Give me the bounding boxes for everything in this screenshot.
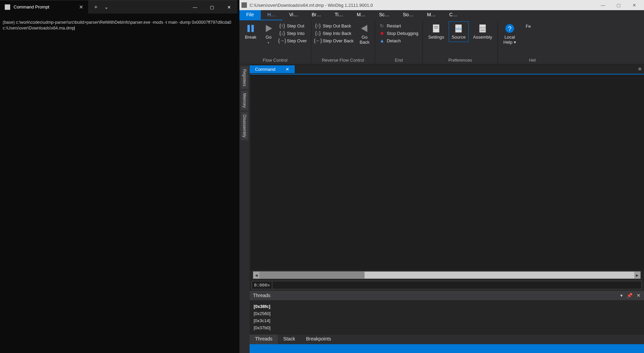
sidetab-registers[interactable]: Registers xyxy=(241,66,248,89)
ribbon-group-label: Reverse Flow Control xyxy=(314,56,372,64)
tab-timetravel[interactable]: Ti… xyxy=(328,10,350,20)
threads-list: [0x38fc] [0x2560] [0x3c14] [0x37b0] xyxy=(250,300,644,334)
minimize-button[interactable]: — xyxy=(187,0,203,14)
ribbon-group-label: Hel xyxy=(501,56,535,64)
step-over-button[interactable]: {→}Step Over xyxy=(278,37,308,44)
terminal-tab-cmd[interactable]: Command Prompt ✕ xyxy=(0,0,88,14)
workspace: Registers Memory Disassembly Command ✕ ≡… xyxy=(239,64,644,353)
step-out-back-button[interactable]: {↑}Step Out Back xyxy=(314,22,355,29)
ribbon-group-label: Preferences xyxy=(426,56,495,64)
ribbon-group-help: ? Local Help ▾ Fe Hel xyxy=(498,20,538,64)
minimize-button[interactable]: — xyxy=(595,3,611,8)
tab-command[interactable]: C… xyxy=(443,10,464,20)
feedback-button[interactable]: Fe xyxy=(521,22,536,31)
maximize-button[interactable]: ▢ xyxy=(611,3,626,8)
step-into-icon: {↓} xyxy=(279,30,285,36)
ribbon-group-preferences: Settings </> Source 01101001 Assembly Pr… xyxy=(423,20,498,64)
step-over-back-button[interactable]: {←}Step Over Back xyxy=(314,37,355,44)
thread-item[interactable]: [0x38fc] xyxy=(254,303,640,310)
close-panel-icon[interactable]: ✕ xyxy=(637,293,641,298)
svg-text:1001: 1001 xyxy=(480,29,485,32)
ribbon-group-end: ↻Restart ■Stop Debugging ▲Detach End xyxy=(375,20,423,64)
svg-marker-3 xyxy=(361,25,368,32)
terminal-tab-title: Command Prompt xyxy=(14,4,49,9)
svg-rect-0 xyxy=(248,25,250,32)
restart-button[interactable]: ↻Restart xyxy=(378,22,419,29)
scroll-thumb[interactable] xyxy=(259,272,365,278)
step-into-back-icon: {↓} xyxy=(315,30,321,36)
threads-dropdown-icon[interactable]: ▾ xyxy=(620,293,623,298)
step-over-label: Step Over xyxy=(287,38,307,43)
tab-source[interactable]: So… xyxy=(396,10,420,20)
thread-item[interactable]: [0x37b0] xyxy=(254,324,640,331)
sidetab-memory[interactable]: Memory xyxy=(241,90,248,110)
tab-breakpoints-bottom[interactable]: Breakpoints xyxy=(300,334,336,344)
settings-button[interactable]: Settings xyxy=(426,22,447,42)
go-back-button[interactable]: Go Back xyxy=(357,22,372,47)
stop-debugging-button[interactable]: ■Stop Debugging xyxy=(378,30,419,37)
thread-item[interactable]: [0x3c14] xyxy=(254,317,640,324)
assembly-button[interactable]: 01101001 Assembly xyxy=(470,22,495,42)
pause-icon xyxy=(246,24,255,33)
tab-memory[interactable]: M… xyxy=(420,10,443,20)
go-button[interactable]: Go ▾ xyxy=(261,22,276,46)
close-tab-icon[interactable]: ✕ xyxy=(79,4,83,10)
document-icon xyxy=(431,24,441,33)
step-over-icon: {→} xyxy=(279,38,285,43)
pin-icon[interactable]: 📌 xyxy=(627,293,632,298)
terminal-tab-actions: + ⌄ xyxy=(88,0,115,14)
threads-panel-header[interactable]: Threads ▾ 📌 ✕ xyxy=(250,291,644,300)
ribbon-group-label: Flow Control xyxy=(242,56,308,64)
step-into-back-button[interactable]: {↓}Step Into Back xyxy=(314,30,355,37)
step-out-button[interactable]: {↑}Step Out xyxy=(278,22,308,29)
command-input[interactable] xyxy=(272,281,642,289)
step-over-back-icon: {←} xyxy=(315,38,321,43)
tab-view[interactable]: Vi… xyxy=(282,10,305,20)
svg-text:?: ? xyxy=(508,25,511,32)
cmd-icon xyxy=(5,4,10,10)
scroll-left-icon[interactable]: ◀ xyxy=(253,272,259,278)
ribbon-toolbar: Break Go ▾ {↑}Step Out {↓}Step Into {→}S… xyxy=(239,20,644,64)
new-tab-button[interactable]: + xyxy=(94,4,97,10)
panel-menu-icon[interactable]: ≡ xyxy=(636,66,644,72)
svg-rect-6 xyxy=(434,28,438,28)
close-window-button[interactable]: ✕ xyxy=(220,0,237,14)
tab-threads[interactable]: Threads xyxy=(250,334,278,344)
break-button[interactable]: Break xyxy=(242,22,259,42)
ribbon-group-flow: Break Go ▾ {↑}Step Out {↓}Step Into {→}S… xyxy=(239,20,311,64)
source-button[interactable]: </> Source xyxy=(449,22,468,42)
windbg-titlebar[interactable]: C:\Users\over\Downloads\x64.mf.dmp - Win… xyxy=(239,0,644,10)
tab-scripting[interactable]: Sc… xyxy=(372,10,396,20)
tab-model[interactable]: M… xyxy=(350,10,372,20)
tab-home[interactable]: H… xyxy=(261,10,282,20)
terminal-window: Command Prompt ✕ + ⌄ — ▢ ✕ (base) c:\wor… xyxy=(0,0,237,353)
close-window-button[interactable]: ✕ xyxy=(626,3,642,8)
command-output[interactable] xyxy=(250,74,644,270)
assembly-label: Assembly xyxy=(473,35,492,40)
windbg-title-text: C:\Users\over\Downloads\x64.mf.dmp - Win… xyxy=(250,3,373,8)
local-help-button[interactable]: ? Local Help ▾ xyxy=(501,22,519,47)
svg-marker-2 xyxy=(266,25,272,32)
command-input-row: 0:000> xyxy=(252,281,642,289)
thread-item[interactable]: [0x2560] xyxy=(254,310,640,317)
svg-text:0110: 0110 xyxy=(480,26,485,29)
scroll-right-icon[interactable]: ▶ xyxy=(634,272,640,278)
tab-file[interactable]: File xyxy=(239,10,261,20)
close-panel-icon[interactable]: ✕ xyxy=(286,67,289,72)
source-icon: </> xyxy=(454,24,463,33)
detach-button[interactable]: ▲Detach xyxy=(378,37,419,44)
command-panel-tab[interactable]: Command ✕ xyxy=(250,65,295,73)
tab-stack[interactable]: Stack xyxy=(278,334,300,344)
detach-label: Detach xyxy=(387,38,401,43)
tab-breakpoints[interactable]: Br… xyxy=(305,10,328,20)
source-label: Source xyxy=(452,35,466,40)
stop-icon: ■ xyxy=(379,30,385,36)
terminal-output[interactable]: (base) c:\work\codes\udmp-parser\src\bui… xyxy=(0,14,237,37)
command-panel-title: Command xyxy=(255,67,275,72)
sidetab-disassembly[interactable]: Disassembly xyxy=(241,112,248,140)
step-into-button[interactable]: {↓}Step Into xyxy=(278,30,308,37)
command-prompt-label: 0:000> xyxy=(252,281,272,289)
tab-dropdown-icon[interactable]: ⌄ xyxy=(104,4,109,10)
maximize-button[interactable]: ▢ xyxy=(203,0,220,14)
horizontal-scrollbar[interactable]: ◀ ▶ xyxy=(253,271,641,279)
